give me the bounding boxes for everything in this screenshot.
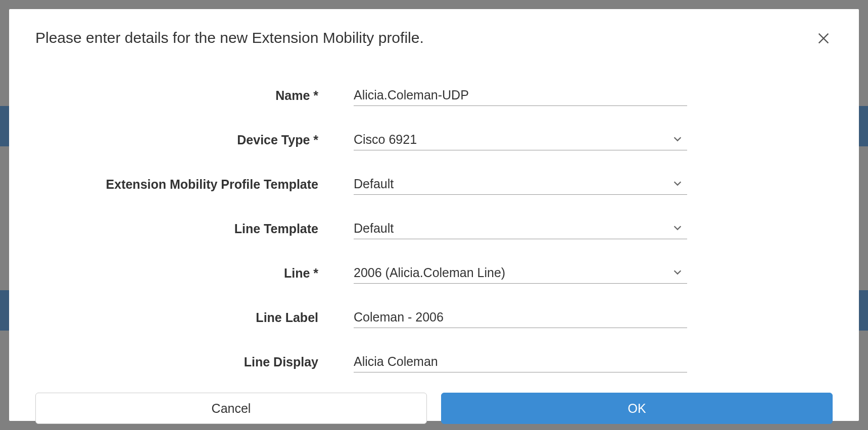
form-row-line: Line * 2006 (Alicia.Coleman Line)	[35, 262, 833, 284]
modal-header: Please enter details for the new Extensi…	[35, 29, 833, 49]
line-select[interactable]: 2006 (Alicia.Coleman Line)	[354, 262, 687, 284]
form-body: Name * Device Type * Cisco 6921 Extensio…	[35, 85, 833, 372]
em-profile-template-label: Extension Mobility Profile Template	[35, 177, 354, 192]
line-label-control	[354, 307, 687, 328]
modal-footer: Cancel OK	[35, 393, 833, 424]
line-template-select[interactable]: Default	[354, 218, 687, 239]
form-row-device-type: Device Type * Cisco 6921	[35, 129, 833, 150]
modal-dialog: Please enter details for the new Extensi…	[9, 9, 859, 421]
em-profile-template-select[interactable]: Default	[354, 174, 687, 195]
form-row-line-display: Line Display	[35, 351, 833, 372]
device-type-control: Cisco 6921	[354, 129, 687, 150]
name-control	[354, 85, 687, 106]
line-template-control: Default	[354, 218, 687, 239]
line-template-label: Line Template	[35, 222, 354, 236]
line-control: 2006 (Alicia.Coleman Line)	[354, 262, 687, 284]
form-row-line-template: Line Template Default	[35, 218, 833, 239]
line-label: Line *	[35, 266, 354, 281]
cancel-button[interactable]: Cancel	[35, 393, 427, 424]
line-display-control	[354, 351, 687, 372]
line-label-label: Line Label	[35, 310, 354, 325]
name-input[interactable]	[354, 85, 687, 106]
form-row-em-profile-template: Extension Mobility Profile Template Defa…	[35, 174, 833, 195]
line-display-label: Line Display	[35, 355, 354, 369]
line-display-input[interactable]	[354, 351, 687, 372]
ok-button[interactable]: OK	[441, 393, 833, 424]
form-row-line-label: Line Label	[35, 307, 833, 328]
close-icon[interactable]	[814, 29, 833, 49]
device-type-select[interactable]: Cisco 6921	[354, 129, 687, 150]
line-label-input[interactable]	[354, 307, 687, 328]
device-type-label: Device Type *	[35, 133, 354, 147]
em-profile-template-control: Default	[354, 174, 687, 195]
name-label: Name *	[35, 88, 354, 103]
form-row-name: Name *	[35, 85, 833, 106]
modal-title: Please enter details for the new Extensi…	[35, 29, 424, 46]
